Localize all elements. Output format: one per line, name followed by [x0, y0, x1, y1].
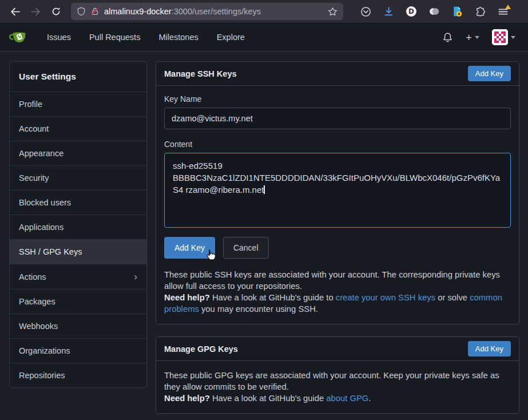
ssh-panel-body: Key Name Content ssh-ed25519 BBBBC3NzaC1… — [156, 86, 519, 324]
gpg-help-line2: Need help? Have a look at GitHub's guide… — [164, 393, 511, 404]
reload-icon — [51, 7, 61, 16]
back-arrow-icon — [10, 7, 20, 17]
bookmark-star-icon[interactable] — [328, 7, 338, 17]
content-label: Content — [164, 140, 511, 149]
add-key-submit-button[interactable]: Add Key — [164, 237, 215, 259]
nav-link-issues[interactable]: Issues — [38, 27, 80, 47]
key-name-field: Key Name — [164, 94, 511, 129]
gpg-add-key-toggle-button[interactable]: Add Key — [468, 341, 511, 356]
sidebar-item-appearance[interactable]: Appearance — [10, 141, 146, 165]
ssh-panel-title: Manage SSH Keys — [164, 69, 237, 78]
shield-permissions-icon[interactable] — [77, 7, 86, 16]
url-bar[interactable]: almalinux9-docker:3000/user/settings/key… — [71, 3, 343, 20]
sidebar-item-actions[interactable]: Actions› — [10, 264, 146, 289]
url-host: almalinux9-docker — [104, 7, 172, 16]
browser-forward-button[interactable] — [26, 3, 45, 20]
gpg-panel-body: These public GPG keys are associated wit… — [156, 361, 519, 413]
bell-icon — [442, 32, 453, 43]
settings-page: User Settings Profile Account Appearance… — [0, 51, 528, 414]
avatar — [492, 29, 508, 45]
sidebar-item-webhooks[interactable]: Webhooks — [10, 314, 146, 338]
identicon-avatar-image — [492, 29, 508, 45]
about-gpg-link[interactable]: about GPG — [326, 394, 368, 403]
chevron-down-icon — [475, 36, 479, 39]
sidebar-item-packages[interactable]: Packages — [10, 289, 146, 314]
create-ssh-keys-link[interactable]: create your own SSH keys — [336, 293, 435, 302]
gpg-help-line1: These public GPG keys are associated wit… — [164, 370, 511, 393]
document-download-extension-icon[interactable] — [450, 4, 465, 19]
settings-sidebar: User Settings Profile Account Appearance… — [9, 61, 147, 388]
downloads-icon[interactable] — [381, 4, 396, 19]
content-value: ssh-ed25519 BBBBC3NzaC1lZDI1NTE5DDDDIDAN… — [173, 161, 500, 195]
manage-gpg-keys-panel: Manage GPG Keys Add Key These public GPG… — [156, 336, 519, 414]
menu-hamburger-icon[interactable] — [495, 4, 510, 19]
sidebar-item-profile[interactable]: Profile — [10, 92, 146, 116]
ssh-help-line1: These public SSH keys are associated wit… — [164, 269, 511, 292]
chevron-right-icon: › — [134, 272, 137, 282]
cancel-button[interactable]: Cancel — [223, 237, 269, 259]
sidebar-item-account[interactable]: Account — [10, 116, 146, 141]
settings-main: Manage SSH Keys Add Key Key Name Content… — [156, 61, 519, 414]
browser-reload-button[interactable] — [47, 3, 65, 20]
gitea-navbar: Issues Pull Requests Milestones Explore … — [0, 23, 528, 51]
d-extension-icon[interactable]: D — [404, 4, 419, 19]
key-name-label: Key Name — [164, 94, 511, 104]
gpg-panel-header: Manage GPG Keys Add Key — [156, 337, 519, 361]
sidebar-item-security[interactable]: Security — [10, 165, 146, 190]
navbar-right: + — [439, 26, 519, 49]
plus-icon: + — [466, 32, 472, 43]
sidebar-item-organizations[interactable]: Organizations — [10, 338, 146, 363]
update-available-badge — [505, 5, 511, 9]
gitea-logo-icon[interactable] — [9, 29, 27, 46]
gpg-panel-title: Manage GPG Keys — [164, 344, 238, 354]
url-path: :3000/user/settings/keys — [172, 7, 261, 16]
browser-back-button[interactable] — [6, 3, 24, 20]
pocket-icon[interactable] — [358, 4, 373, 19]
forward-arrow-icon — [31, 7, 41, 17]
user-menu-button[interactable] — [489, 26, 519, 49]
extension-icons: D — [358, 4, 510, 19]
text-cursor — [264, 185, 265, 194]
ssh-panel-header: Manage SSH Keys Add Key — [156, 62, 519, 86]
content-field: Content ssh-ed25519 BBBBC3NzaC1lZDI1NTE5… — [164, 140, 511, 228]
chevron-down-icon — [511, 36, 515, 39]
ssh-help-line2: Need help? Have a look at GitHub's guide… — [164, 292, 511, 315]
browser-toolbar: almalinux9-docker:3000/user/settings/key… — [0, 0, 528, 23]
content-textarea[interactable]: ssh-ed25519 BBBBC3NzaC1lZDI1NTE5DDDDIDAN… — [164, 153, 511, 228]
key-name-input[interactable] — [164, 108, 511, 129]
nav-link-pull-requests[interactable]: Pull Requests — [80, 27, 149, 47]
form-buttons: Add Key Cancel — [164, 237, 511, 259]
create-new-menu-button[interactable]: + — [462, 29, 483, 46]
containers-extension-icon[interactable] — [427, 4, 442, 19]
sidebar-item-applications[interactable]: Applications — [10, 215, 146, 239]
nav-link-explore[interactable]: Explore — [208, 27, 254, 47]
extensions-puzzle-icon[interactable] — [473, 4, 487, 19]
sidebar-item-repositories[interactable]: Repositories — [10, 363, 146, 387]
ssh-add-key-toggle-button[interactable]: Add Key — [468, 66, 511, 81]
insecure-lock-icon[interactable] — [90, 7, 100, 16]
ssh-help-text: These public SSH keys are associated wit… — [164, 269, 511, 315]
sidebar-item-ssh-gpg-keys[interactable]: SSH / GPG Keys — [10, 239, 146, 264]
manage-ssh-keys-panel: Manage SSH Keys Add Key Key Name Content… — [156, 61, 519, 324]
need-help-label: Need help? — [164, 293, 210, 302]
nav-link-milestones[interactable]: Milestones — [149, 27, 207, 47]
sidebar-item-blocked-users[interactable]: Blocked users — [10, 190, 146, 215]
sidebar-title: User Settings — [10, 62, 146, 92]
notifications-bell-button[interactable] — [439, 29, 456, 46]
url-text[interactable]: almalinux9-docker:3000/user/settings/key… — [104, 7, 323, 16]
need-help-label: Need help? — [164, 394, 210, 403]
svg-text:D: D — [408, 7, 414, 15]
